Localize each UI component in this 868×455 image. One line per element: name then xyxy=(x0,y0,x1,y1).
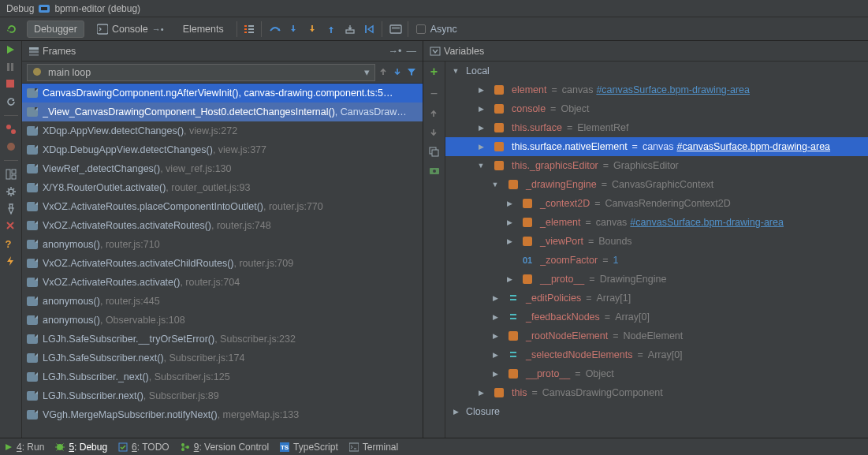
next-frame-icon[interactable] xyxy=(393,67,404,78)
frame-item[interactable]: CanvasDrawingComponent.ngAfterViewInit()… xyxy=(22,84,423,103)
status-debug[interactable]: 5: Debug xyxy=(55,442,107,453)
var-row[interactable]: this.surface = ElementRef xyxy=(445,118,868,137)
twisty-icon[interactable] xyxy=(477,86,485,94)
frame-item[interactable]: XDqp.DebugAppView.detectChanges(), view.… xyxy=(22,140,423,159)
tab-console[interactable]: Console →• xyxy=(91,21,170,38)
twisty-icon[interactable] xyxy=(477,162,485,170)
frame-item[interactable]: anonymous(), router.js:445 xyxy=(22,292,423,311)
show-exec-point-icon[interactable] xyxy=(244,24,255,35)
twisty-icon[interactable] xyxy=(452,67,460,75)
tab-elements[interactable]: Elements xyxy=(177,21,230,38)
frame-item[interactable]: anonymous(), router.js:710 xyxy=(22,235,423,254)
twisty-icon[interactable] xyxy=(505,237,513,245)
prev-frame-icon[interactable] xyxy=(378,67,389,78)
frame-item[interactable]: VGgh.MergeMapSubscriber.notifyNext(), me… xyxy=(22,405,423,424)
vars-tree[interactable]: Localelement = canvas#canvasSurface.bpm-… xyxy=(445,62,868,438)
pin-icon[interactable]: →• xyxy=(152,24,164,34)
rerun-icon[interactable] xyxy=(6,24,17,35)
move-up-icon[interactable] xyxy=(429,109,440,120)
resume-icon[interactable] xyxy=(6,44,17,55)
step-into-icon[interactable] xyxy=(288,24,299,35)
stop-icon[interactable] xyxy=(6,79,17,90)
twisty-icon[interactable] xyxy=(491,332,499,340)
mute-breakpoints-icon[interactable] xyxy=(6,141,17,152)
var-row[interactable]: 01_zoomFactor = 1 xyxy=(445,251,868,270)
twisty-icon[interactable] xyxy=(491,370,499,378)
var-row[interactable]: _drawingEngine = CanvasGraphicContext xyxy=(445,175,868,194)
status-terminal[interactable]: Terminal xyxy=(349,442,398,453)
close-icon[interactable] xyxy=(6,221,17,232)
status-vcs[interactable]: 9: Version Control xyxy=(181,442,269,453)
frame-item[interactable]: X/Y8.RouterOutlet.activate(), router_out… xyxy=(22,178,423,197)
restore-layout-icon[interactable]: →• xyxy=(389,46,402,57)
remove-watch-icon[interactable]: − xyxy=(430,87,438,101)
twisty-icon[interactable] xyxy=(477,143,485,151)
var-row[interactable]: console = Object xyxy=(445,99,868,118)
force-step-into-icon[interactable] xyxy=(307,24,318,35)
scope-local[interactable]: Local xyxy=(445,62,868,80)
hide-icon[interactable]: — xyxy=(407,46,417,57)
frame-item[interactable]: _View_CanvasDrawingComponent_Host0.detec… xyxy=(22,103,423,121)
frame-item[interactable]: ViewRef_.detectChanges(), view_ref.js:13… xyxy=(22,159,423,178)
var-row[interactable]: this._graphicsEditor = GraphicsEditor xyxy=(445,156,868,175)
var-row[interactable]: __proto__ = Object xyxy=(445,364,868,383)
twisty-icon[interactable] xyxy=(477,124,485,132)
status-todo[interactable]: 6: TODO xyxy=(118,442,170,453)
twisty-icon[interactable] xyxy=(505,218,513,226)
twisty-icon[interactable] xyxy=(491,351,499,359)
var-row[interactable]: __proto__ = DrawingEngine xyxy=(445,270,868,289)
thunder-icon[interactable] xyxy=(6,255,17,267)
step-over-icon[interactable] xyxy=(269,24,280,35)
filter-icon[interactable] xyxy=(407,67,418,78)
twisty-icon[interactable] xyxy=(491,313,499,321)
async-checkbox[interactable] xyxy=(416,24,426,34)
twisty-icon[interactable] xyxy=(452,408,460,416)
var-row[interactable]: _selectedNodeElements = Array[0] xyxy=(445,345,868,364)
frame-item[interactable]: LGJh.Subscriber._next(), Subscriber.js:1… xyxy=(22,367,423,386)
status-typescript[interactable]: TS TypeScript xyxy=(280,442,338,453)
twisty-icon[interactable] xyxy=(491,294,499,302)
twisty-icon[interactable] xyxy=(505,275,513,283)
var-row[interactable]: _editPolicies = Array[1] xyxy=(445,289,868,308)
scope-closure[interactable]: Closure xyxy=(445,402,868,421)
frame-item[interactable]: LGJh.SafeSubscriber.__tryOrSetError(), S… xyxy=(22,330,423,349)
twisty-icon[interactable] xyxy=(491,181,499,188)
drop-frame-icon[interactable] xyxy=(345,24,356,35)
show-watches-icon[interactable] xyxy=(429,166,440,177)
help-icon[interactable]: ? xyxy=(6,238,17,249)
copy-icon[interactable] xyxy=(429,147,440,158)
frame-item[interactable]: anonymous(), Observable.js:108 xyxy=(22,311,423,330)
var-row[interactable]: _feedbackNodes = Array[0] xyxy=(445,308,868,326)
frame-item[interactable]: VxOZ.ActivateRoutes.activateRoutes(), ro… xyxy=(22,216,423,235)
twisty-icon[interactable] xyxy=(505,200,513,207)
var-row[interactable]: element = canvas#canvasSurface.bpm-drawi… xyxy=(445,80,868,99)
frame-item[interactable]: VxOZ.ActivateRoutes.placeComponentIntoOu… xyxy=(22,197,423,216)
view-breakpoints-icon[interactable] xyxy=(6,124,17,135)
tab-debugger[interactable]: Debugger xyxy=(27,21,84,38)
move-down-icon[interactable] xyxy=(429,128,440,139)
layout-icon[interactable] xyxy=(6,169,17,180)
frame-item[interactable]: LGJh.SafeSubscriber.next(), Subscriber.j… xyxy=(22,349,423,367)
pause-icon[interactable] xyxy=(6,62,17,73)
restart-frame-icon[interactable] xyxy=(6,96,17,107)
pin-tab-icon[interactable] xyxy=(6,203,17,214)
var-row[interactable]: this = CanvasDrawingComponent xyxy=(445,383,868,402)
twisty-icon[interactable] xyxy=(477,105,485,113)
frame-item[interactable]: VxOZ.ActivateRoutes.activateChildRoutes(… xyxy=(22,254,423,273)
var-row[interactable]: _element = canvas#canvasSurface.bpm-draw… xyxy=(445,213,868,232)
var-row[interactable]: this.surface.nativeElement = canvas#canv… xyxy=(445,137,868,156)
var-row[interactable]: _viewPort = Bounds xyxy=(445,232,868,251)
thread-selector[interactable]: main loop ▾ xyxy=(27,64,375,81)
frame-item[interactable]: VxOZ.ActivateRoutes.activate(), router.j… xyxy=(22,273,423,292)
var-row[interactable]: _context2D = CanvasRenderingContext2D xyxy=(445,194,868,213)
twisty-icon[interactable] xyxy=(477,389,485,397)
status-run[interactable]: 4: Run xyxy=(5,442,44,453)
settings-icon[interactable] xyxy=(6,186,17,197)
run-to-cursor-icon[interactable] xyxy=(363,24,374,35)
frame-item[interactable]: XDqp.AppView.detectChanges(), view.js:27… xyxy=(22,121,423,140)
var-row[interactable]: _rootNodeElement = NodeElement xyxy=(445,326,868,345)
evaluate-icon[interactable] xyxy=(389,24,400,35)
frame-list[interactable]: CanvasDrawingComponent.ngAfterViewInit()… xyxy=(22,84,423,438)
step-out-icon[interactable] xyxy=(326,24,337,35)
add-watch-icon[interactable]: + xyxy=(430,65,438,79)
